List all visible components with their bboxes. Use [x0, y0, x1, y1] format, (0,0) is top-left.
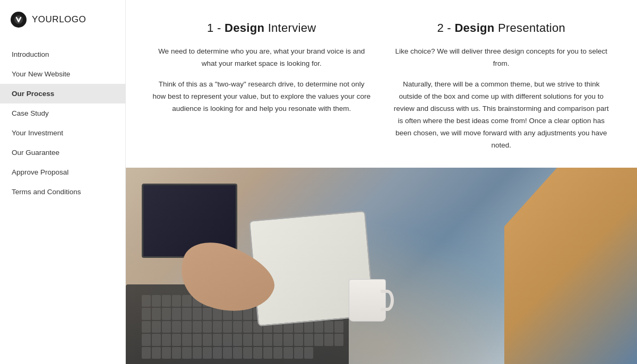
- column-2-body: Like choice? We will deliver three desig…: [392, 46, 611, 152]
- key: [142, 308, 151, 319]
- key: [152, 347, 161, 359]
- key: [243, 321, 252, 333]
- sidebar-item-your-investment[interactable]: Your Investment: [0, 123, 125, 143]
- key: [334, 321, 343, 333]
- column-2-title: 2 - Design Presentation: [437, 21, 565, 35]
- key: [162, 347, 171, 359]
- cup-handle-decoration: [381, 290, 394, 311]
- key: [273, 334, 282, 345]
- svg-point-1: [17, 18, 20, 21]
- key: [253, 334, 262, 345]
- key: [324, 334, 333, 345]
- key: [294, 347, 303, 359]
- column-1-para-2: Think of this as a "two-way" research dr…: [152, 79, 371, 115]
- key: [193, 308, 202, 319]
- key: [263, 347, 272, 359]
- key: [213, 347, 222, 359]
- key: [182, 295, 191, 307]
- column-design-presentation: 2 - Design Presentation Like choice? We …: [392, 21, 611, 152]
- sidebar-item-our-guarantee[interactable]: Our Guarantee: [0, 143, 125, 162]
- key: [213, 321, 222, 333]
- key: [182, 347, 191, 359]
- key: [182, 334, 191, 345]
- column-design-interview: 1 - Design Interview We need to determin…: [152, 21, 371, 152]
- logo-area: YOURLOGO: [0, 0, 125, 39]
- key: [253, 347, 262, 359]
- sidebar-item-our-process[interactable]: Our Process: [0, 84, 125, 103]
- key: [294, 334, 303, 345]
- key: [203, 308, 212, 319]
- key: [334, 334, 343, 345]
- key: [162, 321, 171, 333]
- key: [233, 347, 242, 359]
- key: [324, 321, 333, 333]
- key: [304, 334, 313, 345]
- key: [142, 347, 151, 359]
- sidebar-nav: Introduction Your New Website Our Proces…: [0, 39, 125, 207]
- key: [314, 321, 323, 333]
- column-1-para-1: We need to determine who you are, what y…: [152, 46, 371, 70]
- content-image: [126, 168, 637, 365]
- column-1-title: 1 - Design Interview: [207, 21, 316, 35]
- key: [152, 321, 161, 333]
- key: [314, 334, 323, 345]
- content-columns: 1 - Design Interview We need to determin…: [126, 0, 637, 168]
- key: [243, 347, 252, 359]
- column-2-para-2: Naturally, there will be a common theme,…: [392, 79, 611, 152]
- logo-text: YOURLOGO: [32, 14, 86, 25]
- key: [283, 347, 292, 359]
- main-content: 1 - Design Interview We need to determin…: [126, 0, 637, 364]
- key: [162, 334, 171, 345]
- key: [162, 308, 171, 319]
- sidebar-item-your-new-website[interactable]: Your New Website: [0, 64, 125, 84]
- key: [142, 295, 151, 307]
- key: [172, 321, 181, 333]
- column-2-para-1: Like choice? We will deliver three desig…: [392, 46, 611, 70]
- sidebar-item-terms-conditions[interactable]: Terms and Conditions: [0, 182, 125, 202]
- key: [182, 321, 191, 333]
- key: [233, 321, 242, 333]
- key: [223, 347, 232, 359]
- column-1-body: We need to determine who you are, what y…: [152, 46, 371, 115]
- key: [203, 321, 212, 333]
- key: [152, 295, 161, 307]
- key: [283, 334, 292, 345]
- key: [223, 334, 232, 345]
- key: [142, 334, 151, 345]
- key: [172, 334, 181, 345]
- sidebar-item-case-study[interactable]: Case Study: [0, 103, 125, 123]
- key: [213, 308, 222, 319]
- key: [304, 321, 313, 333]
- key: [152, 334, 161, 345]
- key: [233, 334, 242, 345]
- key: [203, 347, 212, 359]
- key: [172, 308, 181, 319]
- key: [223, 321, 232, 333]
- key: [182, 308, 191, 319]
- sidebar-item-approve-proposal[interactable]: Approve Proposal: [0, 162, 125, 182]
- logo-icon: [11, 12, 27, 28]
- key: [162, 295, 171, 307]
- sidebar-item-introduction[interactable]: Introduction: [0, 45, 125, 64]
- key: [203, 334, 212, 345]
- key: [263, 334, 272, 345]
- key: [193, 334, 202, 345]
- key: [152, 308, 161, 319]
- key: [172, 347, 181, 359]
- key: [243, 334, 252, 345]
- key: [304, 347, 313, 359]
- key: [213, 334, 222, 345]
- key: [193, 347, 202, 359]
- key: [193, 321, 202, 333]
- sidebar: YOURLOGO Introduction Your New Website O…: [0, 0, 126, 364]
- key: [273, 347, 282, 359]
- key: [172, 295, 181, 307]
- key: [142, 321, 151, 333]
